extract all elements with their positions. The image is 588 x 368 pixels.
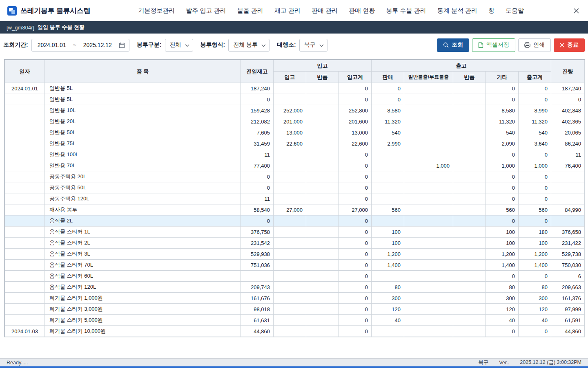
- print-button[interactable]: 인쇄: [518, 38, 551, 52]
- table-row[interactable]: 재사용 봉투58,54027,00027,00056056056084,990: [5, 204, 585, 215]
- menu-item[interactable]: 판매 현황: [349, 7, 375, 15]
- cell-etc: 0: [486, 215, 519, 227]
- table-row[interactable]: 음식물 스티커 60L0006: [5, 271, 585, 282]
- cell-in-return: [306, 315, 339, 326]
- agency-select[interactable]: 북구: [299, 39, 327, 52]
- toolbar-buttons: 조회 엑셀저장 인쇄: [437, 38, 585, 52]
- cell-in-return: [306, 105, 339, 116]
- cell-in-total: 0: [339, 160, 372, 171]
- excel-save-button[interactable]: 엑셀저장: [472, 38, 515, 52]
- search-icon: [443, 42, 449, 48]
- table-row[interactable]: 음식물 스티커 120L209,7430808080209,663: [5, 282, 585, 293]
- cell-general-free-out: [404, 182, 453, 193]
- table-row[interactable]: 폐기물 스티커 3,000원98,018012012012097,999: [5, 304, 585, 315]
- cell-etc: 0: [486, 94, 519, 105]
- cell-etc: 0: [486, 83, 519, 94]
- cell-remain: 529,738: [551, 249, 585, 260]
- cell-sale: 540: [372, 127, 404, 138]
- cell-in: 252,000: [274, 105, 306, 116]
- cell-prev-stock: 61,631: [241, 315, 274, 326]
- cell-prev-stock: 161,676: [241, 293, 274, 304]
- menu-item[interactable]: 불출 관리: [237, 7, 263, 15]
- cell-item: 일반용 5L: [45, 83, 241, 94]
- cell-out-total: 300: [519, 293, 551, 304]
- cell-in-total: 0: [339, 94, 372, 105]
- cell-etc: 11,320: [486, 116, 519, 127]
- calendar-icon[interactable]: [119, 42, 125, 48]
- table-row[interactable]: 음식물 스티커 1L376,7580100100180376,658: [5, 227, 585, 238]
- menu-item[interactable]: 재고 관리: [274, 7, 301, 15]
- cell-remain: 6: [551, 271, 585, 282]
- table-row[interactable]: 음식물 스티커 70L751,03601,4001,4001,400750,03…: [5, 260, 585, 271]
- table-row[interactable]: 공동주택용 20L0000: [5, 171, 585, 182]
- date-range-box: 2024.01.01 ~ 2025.12.12: [31, 39, 129, 52]
- table-row[interactable]: 폐기물 스티커 5,000원61,631040404061,591: [5, 315, 585, 326]
- cell-in-total: 0: [339, 326, 372, 337]
- table-row[interactable]: 2024.01.03폐기물 스티커 10,000원44,86000044,860: [5, 326, 585, 337]
- table-row[interactable]: 공동주택용 50L0000: [5, 182, 585, 193]
- cell-sale: [372, 271, 404, 282]
- window-close-icon[interactable]: [572, 6, 581, 15]
- cell-date: [5, 260, 45, 271]
- table-row[interactable]: 음식물 스티커 3L529,93801,2001,2001,200529,738: [5, 249, 585, 260]
- table-row[interactable]: 일반용 75L31,45922,60022,6002,9902,0903,640…: [5, 138, 585, 149]
- filter-bar: 조회기간: 2024.01.01 ~ 2025.12.12 봉투구분: 전체 봉…: [0, 34, 588, 56]
- cell-in-return: [306, 304, 339, 315]
- menu-item[interactable]: 통계 분석 관리: [437, 7, 477, 15]
- table-row[interactable]: 일반용 70L77,40001,0001,0001,00076,400: [5, 160, 585, 171]
- status-datetime: 2025.12.12 (금) 3:00:32PM: [520, 359, 581, 366]
- table-row[interactable]: 음식물 2L0000: [5, 215, 585, 227]
- cell-sale: 80: [372, 282, 404, 293]
- cell-out-total: 180: [519, 227, 551, 238]
- cell-sale: [372, 193, 404, 204]
- cell-general-free-out: [404, 138, 453, 149]
- cell-date: 2024.01.01: [5, 83, 45, 94]
- cell-remain: 209,663: [551, 282, 585, 293]
- search-button[interactable]: 조회: [437, 38, 469, 52]
- cell-in: [274, 282, 306, 293]
- table-row[interactable]: 일반용 10L159,428252,000252,8008,5808,5808,…: [5, 105, 585, 116]
- table-row[interactable]: 2024.01.01일반용 5L187,2400000187,240: [5, 83, 585, 94]
- cell-sale: [372, 171, 404, 182]
- cell-remain: 84,990: [551, 204, 585, 215]
- cell-in-total: 0: [339, 260, 372, 271]
- cell-in-total: 0: [339, 182, 372, 193]
- page-title: 일일 봉투 수불 현황: [38, 24, 85, 31]
- cell-remain: 376,658: [551, 227, 585, 238]
- menu-item[interactable]: 발주 입고 관리: [186, 7, 226, 15]
- cell-in-return: [306, 160, 339, 171]
- menu-item[interactable]: 판매 관리: [312, 7, 338, 15]
- table-row[interactable]: 일반용 5L000000: [5, 94, 585, 105]
- cell-remain: 86,240: [551, 138, 585, 149]
- bag-type-select[interactable]: 전체: [165, 39, 193, 52]
- table-row[interactable]: 일반용 50L7,60513,00013,00054054054020,065: [5, 127, 585, 138]
- cell-out-total: 0: [519, 215, 551, 227]
- cell-date: [5, 304, 45, 315]
- cell-general-free-out: [404, 83, 453, 94]
- table-row[interactable]: 폐기물 스티커 1,000원161,6760300300300161,376: [5, 293, 585, 304]
- cell-remain: [551, 171, 585, 182]
- cell-out-return: [453, 83, 486, 94]
- table-row[interactable]: 음식물 스티커 2L231,5420100100100231,422: [5, 238, 585, 249]
- menu-item[interactable]: 도움말: [506, 7, 524, 15]
- menu-item[interactable]: 기본정보관리: [138, 7, 175, 15]
- table-row[interactable]: 일반용 20L212,082201,000201,60011,32011,320…: [5, 116, 585, 127]
- exit-button[interactable]: 종료: [554, 38, 585, 52]
- cell-out-return: [453, 160, 486, 171]
- date-to-input[interactable]: 2025.12.12: [82, 42, 114, 48]
- cell-etc: 2,090: [486, 138, 519, 149]
- cell-out-total: 11,320: [519, 116, 551, 127]
- table-row[interactable]: 일반용 100L1100011: [5, 149, 585, 160]
- table-row[interactable]: 공동주택용 120L11000: [5, 193, 585, 204]
- date-from-input[interactable]: 2024.01.01: [36, 42, 68, 48]
- cell-general-free-out: [404, 127, 453, 138]
- cell-out-return: [453, 215, 486, 227]
- cell-out-return: [453, 304, 486, 315]
- cell-out-return: [453, 227, 486, 238]
- menu-item[interactable]: 봉투 수불 관리: [386, 7, 426, 15]
- menu-item[interactable]: 창: [488, 7, 494, 15]
- cell-prev-stock: 212,082: [241, 116, 274, 127]
- status-agency: 북구: [478, 359, 488, 366]
- bag-format-select[interactable]: 전체 봉투: [228, 39, 270, 52]
- cell-date: [5, 315, 45, 326]
